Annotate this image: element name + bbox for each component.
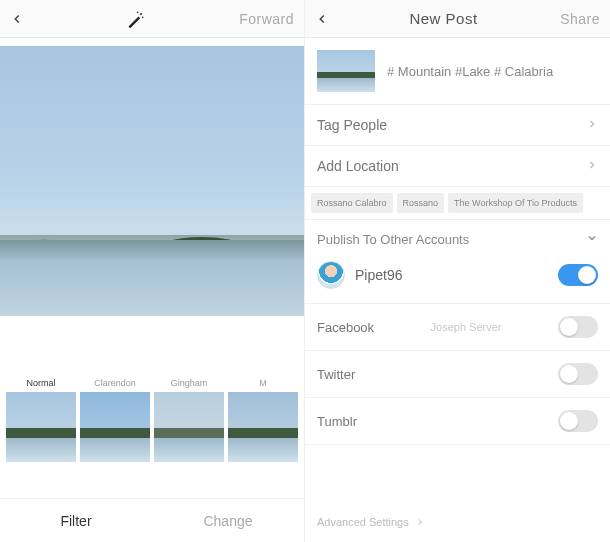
chevron-right-icon — [586, 117, 598, 133]
back-button[interactable] — [10, 12, 32, 26]
filter-thumb — [228, 392, 298, 462]
add-location-label: Add Location — [317, 158, 399, 174]
edit-tabs: Filter Change — [0, 498, 304, 542]
filter-thumb — [6, 392, 76, 462]
filter-item-more[interactable]: M — [228, 374, 298, 462]
service-row-twitter: Twitter — [305, 351, 610, 398]
username-label: Pipet96 — [355, 267, 402, 283]
left-topbar: Forward — [0, 0, 304, 38]
filter-list: Normal Clarendon Gingham M — [0, 374, 304, 462]
publish-header-label: Publish To Other Accounts — [317, 232, 469, 247]
chevron-left-icon — [10, 12, 24, 26]
chevron-right-icon — [586, 158, 598, 174]
tag-people-row[interactable]: Tag People — [305, 105, 610, 146]
chevron-left-icon — [315, 12, 329, 26]
filter-item-gingham[interactable]: Gingham — [154, 374, 224, 462]
caption-input[interactable]: # Mountain #Lake # Calabria — [387, 64, 553, 79]
add-location-row[interactable]: Add Location — [305, 146, 610, 187]
new-post-screen: New Post Share # Mountain #Lake # Calabr… — [305, 0, 610, 542]
magic-wand-button[interactable] — [32, 9, 239, 29]
avatar — [317, 261, 345, 289]
share-button[interactable]: Share — [550, 11, 600, 27]
filter-screen: Forward Normal Clarendon G — [0, 0, 305, 542]
caption-row[interactable]: # Mountain #Lake # Calabria — [305, 38, 610, 105]
filter-item-normal[interactable]: Normal — [6, 374, 76, 462]
advanced-settings-label: Advanced Settings — [317, 516, 409, 528]
magic-wand-icon — [126, 9, 146, 29]
filter-thumb — [154, 392, 224, 462]
forward-button[interactable]: Forward — [239, 11, 294, 27]
location-chip[interactable]: Rossano — [397, 193, 445, 213]
advanced-settings-link[interactable]: Advanced Settings — [305, 502, 610, 542]
filter-label: Gingham — [154, 374, 224, 392]
chevron-down-icon — [586, 232, 598, 247]
filter-label: M — [228, 374, 298, 392]
svg-point-2 — [136, 11, 138, 13]
preview-image — [0, 46, 304, 316]
location-suggestions: Rossano Calabro Rossano The Workshop Of … — [305, 187, 610, 220]
twitter-toggle[interactable] — [558, 363, 598, 385]
primary-account-toggle[interactable] — [558, 264, 598, 286]
service-row-tumblr: Tumblr — [305, 398, 610, 445]
back-button[interactable] — [315, 12, 337, 26]
publish-section-header[interactable]: Publish To Other Accounts — [305, 220, 610, 255]
service-row-facebook: Facebook Joseph Server — [305, 304, 610, 351]
service-name: Tumblr — [317, 414, 357, 429]
location-chip[interactable]: The Workshop Of Tio Products — [448, 193, 583, 213]
caption-thumbnail — [317, 50, 375, 92]
right-topbar: New Post Share — [305, 0, 610, 38]
tumblr-toggle[interactable] — [558, 410, 598, 432]
location-chip[interactable]: Rossano Calabro — [311, 193, 393, 213]
primary-account-row: Pipet96 — [305, 255, 610, 304]
chevron-right-icon — [415, 517, 425, 527]
filter-label: Clarendon — [80, 374, 150, 392]
svg-point-1 — [141, 16, 143, 18]
service-name: Twitter — [317, 367, 355, 382]
svg-point-0 — [140, 13, 142, 15]
page-title: New Post — [337, 10, 550, 27]
tab-filter[interactable]: Filter — [0, 499, 152, 542]
service-subtext: Joseph Server — [431, 321, 502, 333]
tab-change[interactable]: Change — [152, 499, 304, 542]
tag-people-label: Tag People — [317, 117, 387, 133]
filter-label: Normal — [6, 374, 76, 392]
facebook-toggle[interactable] — [558, 316, 598, 338]
filter-thumb — [80, 392, 150, 462]
filter-item-clarendon[interactable]: Clarendon — [80, 374, 150, 462]
service-name: Facebook — [317, 320, 374, 335]
